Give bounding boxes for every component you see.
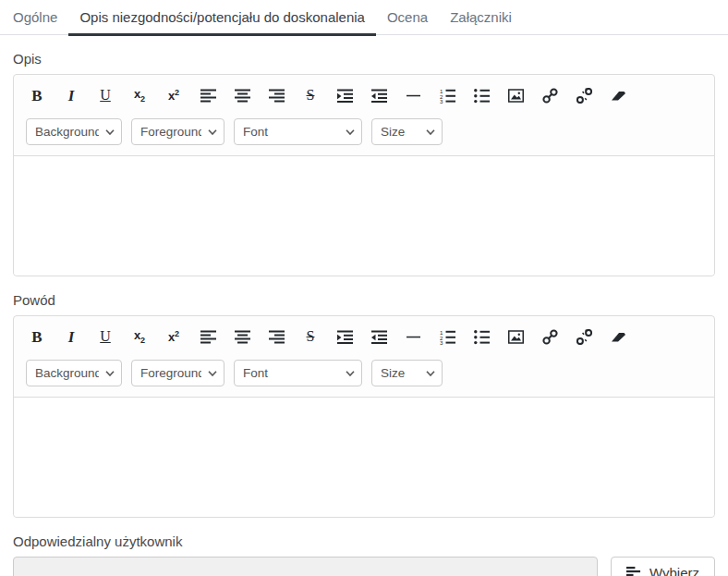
tab-ocena[interactable]: Ocena [376,0,439,34]
align-left-icon [200,88,216,104]
foreground-select-wrap: Foreground [131,118,224,145]
ordered-list-button[interactable]: 123 [436,84,458,106]
font-select[interactable]: Font [234,118,362,145]
wybierz-button[interactable]: Wybierz [611,557,715,576]
italic-button[interactable]: I [60,84,82,106]
subscript-button[interactable]: x2 [128,325,151,348]
remove-format-icon [611,329,626,345]
bold-icon: B [31,88,42,104]
responsible-user-label: Odpowiedzialny użytkownik [13,533,715,549]
italic-button[interactable]: I [60,325,82,348]
align-right-button[interactable] [265,84,287,106]
superscript-button[interactable]: x2 [163,325,185,348]
tab-zalaczniki[interactable]: Załączniki [439,0,523,34]
foreground-select[interactable]: Foreground [131,360,224,386]
responsible-user-row: Wybierz [13,557,715,576]
remove-format-icon [611,88,626,104]
align-center-button[interactable] [231,325,253,348]
indent-icon [337,88,353,104]
link-button[interactable] [539,84,561,106]
ordered-list-icon: 123 [440,88,455,104]
superscript-button[interactable]: x2 [163,84,185,106]
underline-button[interactable]: U [94,325,116,348]
align-left-icon [200,329,216,345]
insert-image-button[interactable] [504,325,527,348]
outdent-button[interactable] [368,325,390,348]
horizontal-rule-icon [406,88,421,104]
bold-button[interactable]: B [26,84,48,106]
unordered-list-button[interactable] [470,325,492,348]
unlink-button[interactable] [573,84,595,106]
bold-icon: B [31,329,42,345]
powod-label: Powód [13,292,715,308]
link-icon [542,88,558,104]
ordered-list-icon: 123 [440,329,455,345]
align-center-button[interactable] [231,84,253,106]
background-select[interactable]: Background [26,360,122,386]
foreground-select[interactable]: Foreground [131,118,224,145]
tab-ogolne[interactable]: Ogólne [2,0,68,34]
unlink-icon [576,88,592,104]
size-select[interactable]: Size [371,118,443,145]
bold-button[interactable]: B [26,325,48,348]
opis-editor-toolbar: BIUx2x2S123 BackgroundForegroundFontSize [14,75,714,155]
tab-opis-niezgodnosci[interactable]: Opis niezgodności/potencjału do doskonal… [68,0,376,36]
horizontal-rule-button[interactable] [402,325,424,348]
outdent-button[interactable] [368,84,390,106]
horizontal-rule-button[interactable] [402,84,424,106]
italic-icon: I [68,88,75,104]
unlink-button[interactable] [573,325,595,348]
align-right-button[interactable] [265,325,287,348]
insert-image-button[interactable] [504,84,527,106]
strikethrough-button[interactable]: S [299,325,322,348]
background-select-wrap: Background [26,360,122,386]
insert-image-icon [508,329,524,345]
remove-format-button[interactable] [607,325,629,348]
indent-button[interactable] [334,325,356,348]
link-button[interactable] [539,325,561,348]
superscript-icon: x2 [168,330,179,343]
toolbar-selects-row: BackgroundForegroundFontSize [26,360,702,386]
font-select-wrap: Font [234,360,362,386]
background-select[interactable]: Background [26,118,122,145]
italic-icon: I [68,329,75,345]
opis-label: Opis [13,51,715,67]
unlink-icon [576,329,592,345]
strikethrough-button[interactable]: S [299,84,322,106]
outdent-icon [371,329,387,345]
responsible-user-input[interactable] [13,557,598,576]
size-select-wrap: Size [371,118,443,145]
powod-content-area[interactable] [14,397,714,517]
horizontal-rule-icon [406,329,421,345]
font-select[interactable]: Font [234,360,362,386]
align-center-icon [235,88,250,104]
font-select-wrap: Font [234,118,362,145]
underline-icon: U [100,329,111,344]
subscript-icon: x2 [134,329,145,345]
remove-format-button[interactable] [607,84,629,106]
wybierz-button-label: Wybierz [649,565,699,576]
size-select-wrap: Size [371,360,443,386]
align-left-button[interactable] [197,84,219,106]
align-left-button[interactable] [197,325,219,348]
powod-section: Powód BIUx2x2S123 BackgroundForegroundFo… [13,292,715,518]
toolbar-buttons-row: BIUx2x2S123 [26,325,702,348]
underline-button[interactable]: U [94,84,116,106]
opis-section: Opis BIUx2x2S123 BackgroundForegroundFon… [13,51,715,276]
align-center-icon [235,329,250,345]
subscript-button[interactable]: x2 [128,84,151,106]
size-select[interactable]: Size [371,360,443,386]
opis-content-area[interactable] [14,155,714,276]
unordered-list-button[interactable] [470,84,492,106]
align-right-icon [269,329,285,345]
unordered-list-icon [474,329,490,345]
unordered-list-icon [474,88,490,104]
outdent-icon [371,88,387,104]
strikethrough-icon: S [307,88,315,103]
svg-text:3: 3 [440,98,443,104]
subscript-icon: x2 [134,88,145,104]
ordered-list-button[interactable]: 123 [436,325,458,348]
tab-bar: Ogólne Opis niezgodności/potencjału do d… [0,0,728,35]
indent-button[interactable] [334,84,356,106]
underline-icon: U [100,88,111,103]
